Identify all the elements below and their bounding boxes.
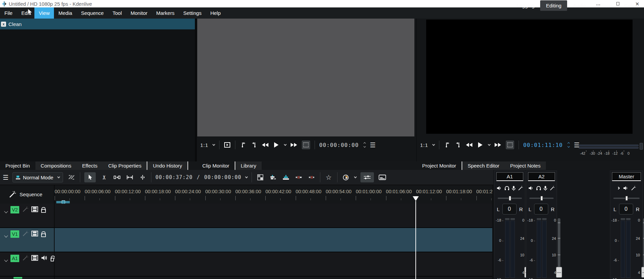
lock-track-icon[interactable] xyxy=(41,233,46,237)
track-header[interactable]: V1 xyxy=(0,228,54,252)
set-zone-in-icon[interactable] xyxy=(444,141,450,149)
loop-zone-button[interactable] xyxy=(506,141,514,149)
mixer-channel-title[interactable]: A1 xyxy=(496,172,523,181)
timecode-spinner[interactable] xyxy=(364,143,365,147)
play-dropdown-icon[interactable] xyxy=(284,143,287,146)
mute-speaker-icon[interactable] xyxy=(623,186,628,191)
balance-slider-handle[interactable] xyxy=(540,196,543,201)
menu-item[interactable]: Settings xyxy=(179,7,206,19)
play-dropdown-icon[interactable] xyxy=(488,143,491,146)
zoom-dropdown-icon[interactable] xyxy=(432,143,435,146)
timecode-dropdown-icon[interactable] xyxy=(245,175,248,178)
collapse-track-icon[interactable] xyxy=(5,257,7,263)
collapse-track-icon[interactable] xyxy=(5,208,7,214)
channel-effects-wand-icon[interactable] xyxy=(518,186,523,191)
track-effects-icon[interactable] xyxy=(22,255,28,261)
dock-tab[interactable]: Compositions xyxy=(35,161,77,170)
set-zone-in-icon[interactable] xyxy=(240,141,246,149)
track-name-badge[interactable]: A1 xyxy=(10,255,19,262)
clip-monitor-video-area[interactable] xyxy=(197,19,414,136)
mixer-channel-title[interactable]: A2 xyxy=(528,172,555,181)
track-name-badge[interactable]: V1 xyxy=(10,230,19,238)
channel-effects-wand-icon[interactable] xyxy=(631,186,636,191)
solo-headphones-icon[interactable] xyxy=(536,186,541,191)
solo-headphones-icon[interactable] xyxy=(504,186,509,191)
selection-tool-button[interactable] xyxy=(84,172,96,182)
track-effects-icon[interactable] xyxy=(22,206,28,212)
audio-track-icon[interactable] xyxy=(41,255,48,261)
set-zone-out-icon[interactable] xyxy=(455,141,462,149)
dock-tab[interactable]: Clip Properties xyxy=(103,161,147,170)
overwrite-zone-icon[interactable] xyxy=(282,172,290,182)
mute-speaker-icon[interactable] xyxy=(497,186,502,191)
monitor-menu-icon[interactable]: ☰ xyxy=(370,142,376,148)
edit-mode-select[interactable]: Normal Mode xyxy=(12,172,63,182)
sequence-header[interactable]: Sequence xyxy=(0,185,54,204)
channel-effects-wand-icon[interactable] xyxy=(550,186,555,191)
menu-item[interactable]: Media xyxy=(54,7,77,19)
workspace-mode-button[interactable]: Logging xyxy=(511,0,540,11)
rewind-button[interactable] xyxy=(466,141,473,149)
menu-item[interactable]: Monitor xyxy=(126,7,152,19)
video-track-icon[interactable] xyxy=(31,255,38,261)
menu-item[interactable]: View xyxy=(34,7,54,19)
play-button[interactable] xyxy=(273,141,280,149)
close-clip-icon[interactable]: x xyxy=(1,22,6,27)
transparency-composite-icon[interactable] xyxy=(256,172,265,182)
track-lane[interactable] xyxy=(55,228,492,252)
track-header[interactable] xyxy=(0,277,54,279)
balance-slider-handle[interactable] xyxy=(625,196,628,201)
mute-speaker-icon[interactable] xyxy=(528,186,534,191)
record-mic-icon[interactable] xyxy=(512,186,516,191)
video-track-icon[interactable] xyxy=(31,231,38,236)
workspace-mode-button[interactable]: Effects xyxy=(592,0,619,11)
lift-zone-icon[interactable] xyxy=(307,172,316,182)
zoom-level[interactable]: 1:1 xyxy=(200,142,208,148)
dock-tab[interactable]: Clip Monitor xyxy=(197,161,235,170)
track-lane[interactable] xyxy=(55,277,492,279)
track-name-badge[interactable]: V2 xyxy=(10,206,19,213)
balance-slider[interactable] xyxy=(613,196,640,201)
razor-tool-button[interactable]: ✂ xyxy=(99,173,109,182)
render-preview-button[interactable] xyxy=(342,172,350,182)
project-bin-open-clip-bar[interactable]: x Clean xyxy=(0,19,195,29)
clip-zone-display-icon[interactable] xyxy=(224,141,231,149)
workspace-mode-button[interactable]: Audio xyxy=(567,0,591,11)
fast-forward-button[interactable] xyxy=(495,141,501,149)
project-monitor-video-area[interactable] xyxy=(426,20,633,134)
zoom-dropdown-icon[interactable] xyxy=(212,143,215,146)
menu-item[interactable]: Sequence xyxy=(77,7,108,19)
spacer-tool-button[interactable] xyxy=(113,172,121,182)
track-name-badge[interactable] xyxy=(13,277,22,279)
clip-monitor-timecode[interactable]: 00:00:00:00 xyxy=(319,142,359,148)
workspace-mode-button[interactable]: Editing xyxy=(540,0,567,11)
volume-value-box[interactable]: 0 xyxy=(534,204,548,214)
zoom-level[interactable]: 1:1 xyxy=(420,142,428,148)
dock-tab[interactable]: Undo History xyxy=(147,161,188,170)
dock-tab[interactable]: Library xyxy=(235,161,262,170)
dock-tab[interactable]: Project Bin xyxy=(0,161,35,170)
mix-audio-insert-icon[interactable] xyxy=(269,172,277,182)
rewind-button[interactable] xyxy=(262,141,269,149)
menu-item[interactable]: Help xyxy=(206,7,225,19)
timeline-position-timecode[interactable]: 00:00:37:20 xyxy=(155,174,193,180)
mixer-toggle-button[interactable] xyxy=(360,172,374,182)
dock-tab[interactable]: Effects xyxy=(77,161,103,170)
timeline-duration-timecode[interactable]: 00:00:00:00 xyxy=(204,174,241,180)
record-mic-icon[interactable] xyxy=(544,186,547,191)
loop-zone-button[interactable] xyxy=(302,141,310,149)
track-lane[interactable] xyxy=(55,252,492,276)
set-zone-out-icon[interactable] xyxy=(251,141,258,149)
favorite-effects-button[interactable]: ☆ xyxy=(324,172,333,182)
dock-tab[interactable]: Project Monitor xyxy=(417,161,462,170)
track-lane[interactable] xyxy=(55,204,492,227)
volume-fader-handle[interactable] xyxy=(556,267,562,278)
extract-zone-icon[interactable] xyxy=(294,172,303,182)
fast-forward-button[interactable] xyxy=(291,141,297,149)
timeline-menu-icon[interactable]: ☰ xyxy=(3,174,8,181)
playhead-handle[interactable] xyxy=(413,196,419,201)
track-effects-icon[interactable] xyxy=(22,231,28,237)
dock-tab[interactable]: Project Notes xyxy=(505,161,546,170)
menu-item[interactable]: Tool xyxy=(108,7,126,19)
balance-slider-handle[interactable] xyxy=(509,196,511,201)
